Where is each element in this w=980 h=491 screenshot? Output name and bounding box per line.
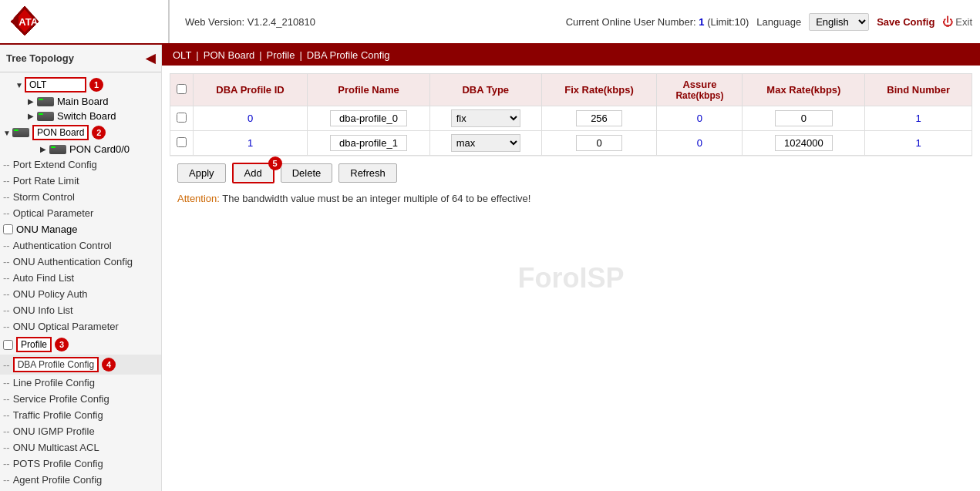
- attention-text: Attention: The bandwidth value must be a…: [170, 190, 972, 210]
- row-id-0[interactable]: 0: [248, 113, 253, 124]
- table-area: ForoISP DBA Profile ID Profile Name DBA …: [162, 66, 980, 491]
- menu-optical-param[interactable]: -- Optical Parameter: [0, 205, 161, 221]
- badge-3: 3: [55, 338, 69, 351]
- online-count: 1: [699, 16, 704, 28]
- col-name: Profile Name: [308, 74, 430, 106]
- attention-content: The bandwidth value must be an integer m…: [222, 193, 530, 204]
- col-type: DBA Type: [429, 74, 541, 106]
- row-id-1[interactable]: 1: [248, 137, 253, 149]
- menu-pots[interactable]: -- POTS Profile Config: [0, 456, 161, 472]
- section-onu-manage[interactable]: ONU Manage: [0, 221, 161, 237]
- app-header: DATA Web Version: V1.2.4_210810 Current …: [0, 0, 980, 45]
- save-config-button[interactable]: Save Config: [877, 16, 935, 28]
- menu-service-profile[interactable]: -- Service Profile Config: [0, 391, 161, 407]
- dba-profile-label: DBA Profile Config: [13, 357, 99, 372]
- expand-icon[interactable]: ▼: [15, 81, 23, 89]
- refresh-button[interactable]: Refresh: [338, 163, 397, 183]
- badge-1: 1: [89, 78, 103, 92]
- menu-storm-control[interactable]: -- Storm Control: [0, 189, 161, 205]
- breadcrumb-olt: OLT: [173, 49, 191, 61]
- power-icon: ⏻: [942, 15, 953, 28]
- content-area: OLT | PON Board | Profile | DBA Profile …: [162, 45, 980, 491]
- online-info: Current Online User Number: 1 (Limit:10): [566, 16, 749, 28]
- row-name-1[interactable]: [330, 135, 407, 151]
- main-layout: Tree Topology ◀ ▼ 1 ▶ Main Board ▶ Switc…: [0, 45, 980, 491]
- menu-onu-policy[interactable]: -- ONU Policy Auth: [0, 286, 161, 302]
- badge-4: 4: [102, 358, 116, 372]
- dba-table: DBA Profile ID Profile Name DBA Type Fix…: [170, 73, 972, 156]
- menu-port-rate[interactable]: -- Port Rate Limit: [0, 173, 161, 189]
- col-id: DBA Profile ID: [194, 74, 308, 106]
- language-select[interactable]: English Chinese: [809, 13, 869, 31]
- olt-input[interactable]: [25, 77, 86, 92]
- profile-section-label: Profile: [16, 337, 52, 352]
- expand-icon-pon-card[interactable]: ▶: [40, 145, 48, 153]
- row-checkbox-0[interactable]: [177, 113, 187, 123]
- watermark: ForoISP: [517, 262, 624, 294]
- col-max-rate: Max Rate(kbps): [743, 74, 865, 106]
- onu-manage-checkbox[interactable]: [3, 224, 13, 234]
- expand-icon-main[interactable]: ▶: [28, 97, 35, 106]
- row-max-rate-0[interactable]: [775, 110, 833, 126]
- device-icon-main: [37, 97, 54, 106]
- badge-2: 2: [92, 126, 106, 140]
- section-profile[interactable]: Profile 3: [0, 335, 161, 355]
- table-row: 1 fixmaxassureassure+maxfix+assure+max 0…: [170, 131, 972, 156]
- menu-traffic-profile[interactable]: -- Traffic Profile Config: [0, 407, 161, 423]
- breadcrumb-profile: Profile: [267, 49, 295, 61]
- tree-item-pon-board[interactable]: ▼ PON Board 2: [0, 123, 161, 142]
- menu-onu-multicast[interactable]: -- ONU Multicast ACL: [0, 439, 161, 456]
- menu-auth-control[interactable]: -- Authentication Control: [0, 237, 161, 254]
- logo-area: DATA: [8, 0, 170, 43]
- breadcrumb-sep3: |: [299, 49, 301, 61]
- collapse-arrow-icon[interactable]: ◀: [146, 51, 155, 66]
- tree-item-switch-board[interactable]: ▶ Switch Board: [0, 109, 161, 123]
- row-max-rate-1[interactable]: [775, 135, 833, 151]
- col-fix-rate: Fix Rate(kbps): [541, 74, 657, 106]
- row-bind-0[interactable]: 1: [916, 113, 921, 124]
- menu-onu-info[interactable]: -- ONU Info List: [0, 302, 161, 318]
- row-bind-1[interactable]: 1: [916, 137, 921, 149]
- breadcrumb-sep1: |: [196, 49, 198, 61]
- sidebar: Tree Topology ◀ ▼ 1 ▶ Main Board ▶ Switc…: [0, 45, 162, 491]
- apply-button[interactable]: Apply: [177, 163, 226, 183]
- menu-port-extend[interactable]: -- Port Extend Config: [0, 156, 161, 173]
- menu-line-profile[interactable]: -- Line Profile Config: [0, 375, 161, 391]
- profile-checkbox[interactable]: [3, 340, 13, 350]
- tree: ▼ 1 ▶ Main Board ▶ Switch Board ▼ PON Bo…: [0, 72, 161, 491]
- expand-icon-switch[interactable]: ▶: [28, 112, 35, 120]
- row-type-0[interactable]: fixmaxassureassure+maxfix+assure+max: [451, 109, 520, 127]
- row-assure-1[interactable]: 0: [697, 137, 702, 149]
- menu-onu-igmp[interactable]: -- ONU IGMP Profile: [0, 423, 161, 439]
- breadcrumb-pon-board: PON Board: [204, 49, 254, 61]
- attention-label: Attention:: [177, 193, 220, 204]
- row-fix-rate-1[interactable]: [576, 135, 622, 151]
- tree-item-olt[interactable]: ▼ 1: [0, 76, 161, 94]
- row-type-1[interactable]: fixmaxassureassure+maxfix+assure+max: [451, 134, 520, 152]
- select-all-checkbox[interactable]: [177, 84, 187, 94]
- expand-icon-pon[interactable]: ▼: [3, 129, 11, 137]
- row-fix-rate-0[interactable]: [576, 110, 622, 126]
- delete-button[interactable]: Delete: [281, 163, 333, 183]
- device-icon-pon: [12, 128, 29, 137]
- version-text: Web Version: V1.2.4_210810: [185, 16, 315, 28]
- menu-onu-optical[interactable]: -- ONU Optical Parameter: [0, 318, 161, 335]
- tree-item-main-board[interactable]: ▶ Main Board: [0, 94, 161, 109]
- menu-auto-find[interactable]: -- Auto Find List: [0, 270, 161, 286]
- menu-onu-auth[interactable]: -- ONU Authentication Config: [0, 254, 161, 270]
- tree-item-pon-card[interactable]: ▶ PON Card0/0: [0, 142, 161, 156]
- device-icon-pon-card: [49, 145, 66, 154]
- badge-5: 5: [268, 156, 282, 170]
- add-button[interactable]: Add: [232, 163, 274, 183]
- row-assure-0[interactable]: 0: [697, 113, 702, 124]
- row-checkbox-1[interactable]: [177, 137, 187, 147]
- breadcrumb: OLT | PON Board | Profile | DBA Profile …: [162, 45, 980, 66]
- sidebar-header: Tree Topology ◀: [0, 45, 161, 72]
- breadcrumb-sep2: |: [259, 49, 261, 61]
- row-name-0[interactable]: [330, 110, 407, 126]
- header-right: Current Online User Number: 1 (Limit:10)…: [566, 13, 972, 31]
- menu-agent[interactable]: -- Agent Profile Config: [0, 472, 161, 488]
- menu-dba-profile[interactable]: -- DBA Profile Config 4: [0, 355, 161, 375]
- language-label: Language: [756, 16, 801, 28]
- exit-button[interactable]: ⏻ Exit: [942, 15, 972, 28]
